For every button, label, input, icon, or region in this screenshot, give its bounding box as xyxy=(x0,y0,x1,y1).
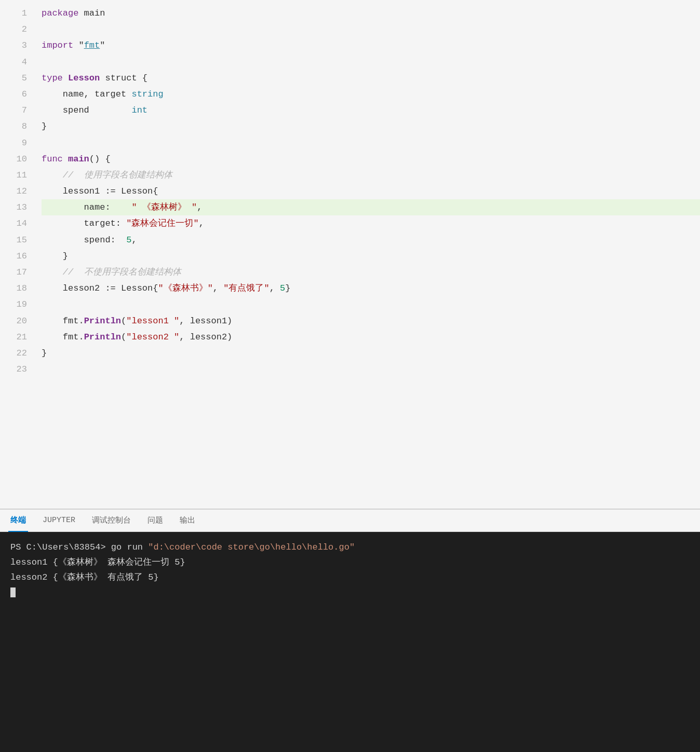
code-line: target: "森林会记住一切", xyxy=(42,215,700,231)
token-comment: // 使用字段名创建结构体 xyxy=(63,170,172,180)
token-plain: " xyxy=(73,40,84,50)
line-number: 15 xyxy=(0,232,36,248)
terminal-output-line: lesson2 {《森林书》 有点饿了 5} xyxy=(10,570,690,585)
token-type-name: Lesson xyxy=(68,73,100,83)
token-plain: lesson1 := Lesson{ xyxy=(42,186,158,196)
token-plain: ( xyxy=(121,332,126,342)
token-plain xyxy=(63,73,68,83)
token-kw: func xyxy=(42,154,63,164)
terminal-tab[interactable]: 调试控制台 xyxy=(90,509,133,532)
line-number: 5 xyxy=(0,70,36,86)
token-plain: spend: xyxy=(42,235,126,245)
token-string: "lesson2 " xyxy=(126,332,179,342)
code-line: } xyxy=(42,248,700,264)
code-line: fmt.Println("lesson2 ", lesson2) xyxy=(42,329,700,345)
token-plain: fmt. xyxy=(42,316,84,326)
line-number: 1 xyxy=(0,5,36,21)
token-plain: , xyxy=(197,202,202,212)
token-kw: type xyxy=(42,73,63,83)
token-plain: main xyxy=(78,8,105,18)
token-kw: import xyxy=(42,40,73,50)
terminal-cursor-line xyxy=(10,585,690,600)
token-builtin: string xyxy=(131,89,163,99)
terminal-output-line: lesson1 {《森林树》 森林会记住一切 5} xyxy=(10,555,690,570)
token-plain xyxy=(42,170,63,180)
terminal-prompt-line: PS C:\Users\83854> go run "d:\coder\code… xyxy=(10,540,690,555)
code-line: name: " 《森林树》 ", xyxy=(42,199,700,215)
line-number: 9 xyxy=(0,135,36,151)
terminal-tab[interactable]: 输出 xyxy=(178,509,197,532)
terminal-tabs: 终端JUPYTER调试控制台问题输出 xyxy=(0,509,700,532)
editor-wrapper: 1234567891011121314151617181920212223 pa… xyxy=(0,0,700,752)
line-number: 17 xyxy=(0,264,36,280)
line-number: 14 xyxy=(0,215,36,231)
line-number: 21 xyxy=(0,329,36,345)
code-line xyxy=(42,54,700,70)
token-plain: , xyxy=(270,283,280,293)
code-line: // 使用字段名创建结构体 xyxy=(42,167,700,183)
code-line xyxy=(42,21,700,37)
code-line xyxy=(42,296,700,312)
token-plain: " xyxy=(100,40,105,50)
terminal-tab[interactable]: 问题 xyxy=(145,509,165,532)
terminal-prompt: PS C:\Users\83854> go run xyxy=(10,542,148,552)
line-number: 16 xyxy=(0,248,36,264)
token-plain xyxy=(63,154,68,164)
terminal-container: 终端JUPYTER调试控制台问题输出 PS C:\Users\83854> go… xyxy=(0,509,700,752)
token-plain: ( xyxy=(121,316,126,326)
token-plain: struct { xyxy=(100,73,147,83)
code-line: import "fmt" xyxy=(42,37,700,53)
line-number: 2 xyxy=(0,21,36,37)
token-method: Println xyxy=(84,332,121,342)
line-number: 23 xyxy=(0,361,36,377)
code-line: package main xyxy=(42,5,700,21)
line-number: 20 xyxy=(0,313,36,329)
token-string: " 《森林树》 " xyxy=(131,202,197,212)
token-string: "有点饿了" xyxy=(223,283,269,293)
line-number: 13 xyxy=(0,199,36,215)
line-numbers: 1234567891011121314151617181920212223 xyxy=(0,0,36,509)
token-plain: , xyxy=(199,218,204,228)
editor-area: 1234567891011121314151617181920212223 pa… xyxy=(0,0,700,509)
token-string: "《森林书》" xyxy=(158,283,212,293)
token-number: 5 xyxy=(126,235,131,245)
code-line: spend: 5, xyxy=(42,232,700,248)
token-string: "lesson1 " xyxy=(126,316,179,326)
token-plain: } xyxy=(285,283,290,293)
code-line: } xyxy=(42,118,700,134)
token-plain: } xyxy=(42,251,68,261)
terminal-body: PS C:\Users\83854> go run "d:\coder\code… xyxy=(0,532,700,750)
line-number: 4 xyxy=(0,54,36,70)
token-plain: , lesson1) xyxy=(179,316,232,326)
token-plain: name: xyxy=(42,202,131,212)
line-number: 18 xyxy=(0,280,36,296)
token-plain: , lesson2) xyxy=(179,332,232,342)
code-line xyxy=(42,135,700,151)
token-plain: , xyxy=(213,283,223,293)
code-line: lesson2 := Lesson{"《森林书》", "有点饿了", 5} xyxy=(42,280,700,296)
line-number: 11 xyxy=(0,167,36,183)
code-line: lesson1 := Lesson{ xyxy=(42,183,700,199)
line-number: 22 xyxy=(0,345,36,361)
line-number: 10 xyxy=(0,151,36,167)
code-line: name, target string xyxy=(42,86,700,102)
code-line: // 不使用字段名创建结构体 xyxy=(42,264,700,280)
line-number: 12 xyxy=(0,183,36,199)
token-number: 5 xyxy=(280,283,285,293)
token-plain: name, target xyxy=(42,89,131,99)
terminal-string: "d:\coder\code store\go\hello\hello.go" xyxy=(148,542,355,552)
token-kw: package xyxy=(42,8,78,18)
token-builtin: int xyxy=(131,105,147,115)
token-plain: () { xyxy=(89,154,111,164)
line-number: 3 xyxy=(0,37,36,53)
terminal-tab[interactable]: 终端 xyxy=(8,509,28,532)
terminal-tab[interactable]: JUPYTER xyxy=(41,509,77,532)
token-plain: } xyxy=(42,348,47,358)
code-line xyxy=(42,361,700,377)
token-string: "森林会记住一切" xyxy=(126,218,198,228)
code-lines: package main import "fmt" type Lesson st… xyxy=(36,0,700,509)
token-func-name: main xyxy=(68,154,89,164)
line-number: 19 xyxy=(0,296,36,312)
token-method: Println xyxy=(84,316,121,326)
code-line: } xyxy=(42,345,700,361)
